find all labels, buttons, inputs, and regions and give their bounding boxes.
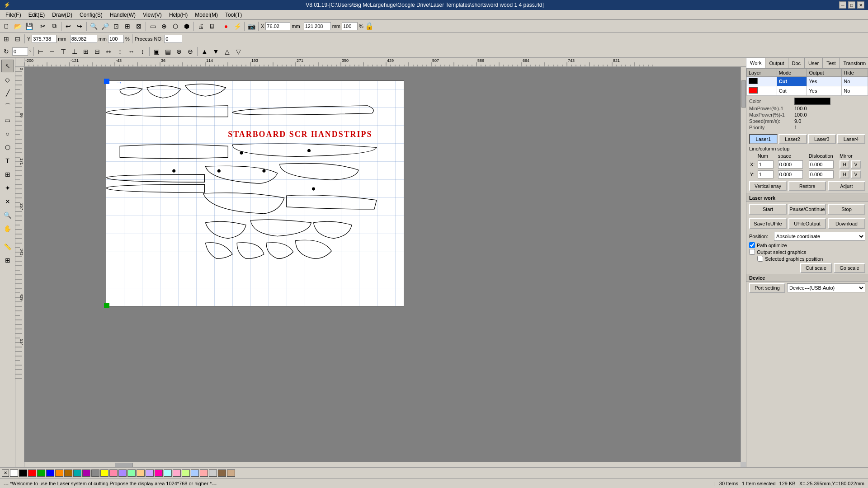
color-white[interactable] — [10, 469, 18, 477]
tool-measure[interactable]: 📏 — [1, 240, 14, 253]
menu-view[interactable]: View(V) — [139, 11, 165, 19]
tb-dist-v[interactable]: ↕ — [114, 46, 125, 57]
laser2-tab[interactable]: Laser2 — [778, 134, 807, 144]
tb-print[interactable]: 🖨 — [195, 21, 206, 32]
tool-select[interactable]: ↖ — [1, 60, 14, 72]
tb-zoom-out[interactable]: 🔎 — [99, 21, 110, 32]
tb-cut[interactable]: ✂ — [38, 21, 48, 32]
port-setting-button[interactable]: Port setting — [749, 283, 785, 293]
h-coord-input[interactable] — [70, 35, 97, 43]
cut-scale-button[interactable]: Cut scale — [800, 263, 832, 273]
menu-edit[interactable]: Edit(E) — [25, 11, 49, 19]
color-black[interactable] — [19, 469, 27, 477]
color-salmon[interactable] — [200, 469, 208, 477]
position-select[interactable]: Absolute coordinate Current position Anc… — [774, 232, 865, 241]
color-yellow[interactable] — [100, 469, 108, 477]
laser4-tab[interactable]: Laser4 — [837, 134, 865, 144]
tb-open[interactable]: 📂 — [12, 21, 23, 32]
color-peach[interactable] — [137, 469, 145, 477]
x-v-button[interactable]: V — [851, 160, 861, 169]
color-magenta[interactable] — [82, 469, 90, 477]
x-h-button[interactable]: H — [840, 160, 849, 169]
color-cyan[interactable] — [73, 469, 81, 477]
u-file-button[interactable]: UFileOutput — [788, 218, 826, 229]
pause-button[interactable]: Pause/Continue — [788, 204, 826, 215]
color-pink[interactable] — [109, 469, 118, 477]
canvas-area[interactable]: → — [24, 67, 741, 462]
tb-align-top[interactable]: ⊤ — [58, 46, 69, 57]
output-select-checkbox[interactable] — [749, 249, 755, 255]
menu-config[interactable]: Config(S) — [76, 11, 106, 19]
tab-transform[interactable]: Transform — [840, 58, 868, 68]
tb-origin[interactable]: ⊕ — [159, 21, 170, 32]
tool-rect[interactable]: ▭ — [1, 114, 14, 127]
tb-align-right[interactable]: ⊣ — [47, 46, 57, 57]
tab-user[interactable]: User — [805, 58, 823, 68]
tool-ellipse[interactable]: ○ — [1, 127, 14, 140]
tool-node[interactable]: ◇ — [1, 73, 14, 86]
design-canvas[interactable]: → — [106, 80, 404, 306]
menu-tool[interactable]: Tool(T) — [222, 11, 245, 19]
tb-save[interactable]: 💾 — [24, 21, 34, 32]
x-space-input[interactable] — [778, 160, 803, 169]
tb-mirror-h[interactable]: ↔ — [126, 46, 137, 57]
y-v-button[interactable]: V — [851, 170, 861, 178]
download-button[interactable]: Download — [828, 218, 865, 229]
tb-front[interactable]: ▲ — [199, 46, 210, 57]
tb-copy[interactable]: ⧉ — [49, 21, 60, 32]
tb-zoom-sel[interactable]: ⊞ — [122, 21, 133, 32]
color-swatch[interactable] — [794, 98, 830, 105]
vertical-array-button[interactable]: Vertical array — [749, 181, 787, 191]
x-disloc-input[interactable] — [809, 160, 834, 169]
tb-redo[interactable]: ↪ — [74, 21, 85, 32]
tb-align-bottom[interactable]: ⊥ — [69, 46, 80, 57]
tb-red-light[interactable]: ● — [221, 21, 231, 32]
tb-backward[interactable]: ▽ — [233, 46, 244, 57]
maximize-button[interactable]: □ — [848, 1, 855, 9]
tool-star[interactable]: ✦ — [1, 182, 14, 194]
tool-grid-view[interactable]: ⊞ — [1, 254, 14, 267]
tb-path[interactable]: ⬡ — [170, 21, 181, 32]
color-light-gray[interactable] — [209, 469, 217, 477]
w-coord-input[interactable] — [304, 22, 331, 30]
tab-test[interactable]: Test — [823, 58, 840, 68]
menu-file[interactable]: File(F) — [2, 11, 25, 19]
tb-zoom-fit[interactable]: ⊡ — [111, 21, 122, 32]
tool-zoom[interactable]: 🔍 — [1, 209, 14, 221]
tb-camera[interactable]: 📷 — [246, 21, 257, 32]
scroll-thumb-horizontal[interactable] — [115, 463, 133, 467]
tb-mirror-v[interactable]: ↕ — [137, 46, 148, 57]
color-dark-brown[interactable] — [218, 469, 226, 477]
color-orange[interactable] — [55, 469, 63, 477]
tool-polygon[interactable]: ⬡ — [1, 141, 14, 154]
tb-combine[interactable]: ⊕ — [174, 46, 184, 57]
tool-text[interactable]: T — [1, 155, 14, 167]
close-button[interactable]: ✕ — [857, 1, 864, 9]
tb-new[interactable]: 🗋 — [1, 21, 12, 32]
color-gray[interactable] — [91, 469, 99, 477]
path-optimize-checkbox[interactable] — [749, 242, 755, 248]
stop-button[interactable]: Stop — [828, 204, 865, 215]
y-h-button[interactable]: H — [840, 170, 849, 178]
save-file-button[interactable]: SaveToUFile — [749, 218, 787, 229]
laser3-tab[interactable]: Laser3 — [808, 134, 836, 144]
process-no-input[interactable] — [164, 35, 182, 43]
restore-button[interactable]: Restore — [788, 181, 826, 191]
canvas-wrapper[interactable]: → — [15, 58, 746, 467]
tb-ungroup[interactable]: ▤ — [162, 46, 173, 57]
tb-grid[interactable]: ⊞ — [1, 33, 12, 44]
tb-path2[interactable]: ⬢ — [181, 21, 192, 32]
h-pct-input[interactable] — [108, 35, 124, 43]
tab-output[interactable]: Output — [765, 58, 788, 68]
tb-undo[interactable]: ↩ — [63, 21, 74, 32]
color-blue[interactable] — [46, 469, 54, 477]
tb-break[interactable]: ⊖ — [185, 46, 196, 57]
y-coord-input[interactable] — [32, 35, 57, 43]
y-num-input[interactable] — [758, 170, 774, 178]
tb-dist-h[interactable]: ⇿ — [103, 46, 114, 57]
minimize-button[interactable]: ─ — [839, 1, 846, 9]
color-light-cyan[interactable] — [164, 469, 172, 477]
tb-zoom-in[interactable]: 🔍 — [88, 21, 99, 32]
y-disloc-input[interactable] — [809, 170, 834, 178]
menu-model[interactable]: Model(M) — [191, 11, 222, 19]
